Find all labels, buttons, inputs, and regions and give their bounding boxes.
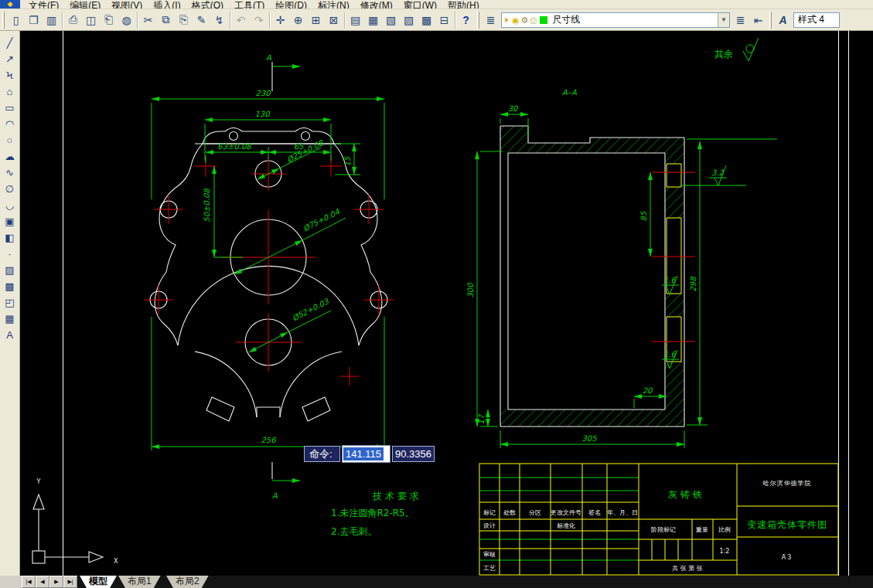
tab-nav-next-button[interactable]: ▶ — [49, 576, 63, 588]
menu-items: 文件(F)编辑(E)视图(V)插入(I)格式(O)工具(T)绘图(D)标注(N)… — [23, 0, 485, 9]
tabbar-corner — [0, 576, 22, 588]
toolbar-properties-button[interactable]: ▤ — [346, 11, 364, 29]
menu-draw[interactable]: 绘图(D) — [270, 0, 312, 9]
toolbar-quickcalc-button[interactable]: ⊟ — [435, 11, 453, 29]
text-style-manager-button[interactable]: A — [774, 11, 792, 29]
draw-rectangle-button[interactable]: ▭ — [2, 100, 19, 116]
svg-text:15: 15 — [343, 156, 352, 166]
draw-insert-block-button[interactable]: ▣ — [2, 213, 19, 229]
draw-spline-button[interactable]: ∿ — [2, 165, 19, 181]
svg-text:更改文件号: 更改文件号 — [551, 509, 581, 516]
draw-region-button[interactable]: ◰ — [2, 294, 19, 311]
toolbar-separator — [62, 12, 63, 29]
tab-nav-last-button[interactable]: ▶| — [63, 576, 77, 588]
menu-dimension[interactable]: 标注(N) — [312, 0, 355, 9]
svg-text:256: 256 — [261, 436, 277, 444]
svg-text:20: 20 — [643, 386, 653, 395]
tab-model[interactable]: 模型 — [80, 576, 117, 588]
toolbar: ▯❐▥⎙◫⎗◍✂⧉⎘✎↯↶↷✛⊕⊞⊠▤▦▧▨▩⊟?≣☀◉⚙⎙尺寸线▼≣⇤A样式 … — [0, 9, 873, 31]
svg-text:重量: 重量 — [695, 526, 708, 533]
style-dropdown[interactable]: 样式 4 — [793, 12, 840, 28]
make-object-layer-current-button[interactable]: ≣ — [731, 11, 749, 29]
layer-plot-icon[interactable]: ⎙ — [530, 13, 537, 27]
toolbar-block-editor-button[interactable]: ↯ — [210, 11, 228, 29]
menu-view[interactable]: 视图(V) — [106, 0, 148, 9]
draw-line-button[interactable]: ╱ — [2, 35, 19, 51]
draw-revision-cloud-button[interactable]: ☁ — [2, 148, 19, 165]
toolbar-zoom-previous-button[interactable]: ⊠ — [325, 11, 343, 29]
toolbar-pan-button[interactable]: ✛ — [271, 11, 289, 29]
svg-text:灰铸铁: 灰铸铁 — [668, 489, 705, 500]
draw-make-block-button[interactable]: ◧ — [2, 229, 19, 246]
drawing-window-icon[interactable]: ◆ — [0, 0, 20, 9]
toolbar-zoom-realtime-button[interactable]: ⊕ — [289, 11, 307, 29]
svg-text:哈尔滨华德学院: 哈尔滨华德学院 — [763, 480, 812, 487]
toolbar-zoom-window-button[interactable]: ⊞ — [307, 11, 325, 29]
toolbar-new-button[interactable]: ▯ — [7, 11, 25, 29]
toolbar-help-button[interactable]: ? — [457, 11, 475, 29]
toolbar-sheet-set-manager-button[interactable]: ▨ — [400, 11, 418, 29]
menu-modify[interactable]: 修改(M) — [355, 0, 398, 9]
menu-help[interactable]: 帮助(H) — [442, 0, 485, 9]
svg-text:A: A — [272, 491, 278, 500]
draw-gradient-button[interactable]: ▩ — [2, 278, 19, 294]
toolbar-plot-preview-button[interactable]: ◫ — [82, 11, 100, 29]
toolbar-publish-button[interactable]: ⎗ — [100, 11, 118, 29]
draw-construction-line-button[interactable]: ↗ — [2, 51, 19, 67]
svg-text:A-A: A-A — [562, 88, 578, 97]
tab-nav-prev-button[interactable]: ◀ — [36, 576, 49, 588]
layer-lock-icon[interactable]: ⚙ — [520, 13, 528, 27]
draw-ellipse-arc-button[interactable]: ◡ — [2, 197, 19, 213]
command-input-value: 141.115 — [343, 447, 384, 461]
svg-text:X: X — [114, 558, 118, 565]
menu-window[interactable]: 窗口(W) — [398, 0, 442, 9]
layer-freeze-icon[interactable]: ◉ — [512, 13, 520, 27]
layer-dropdown-arrow-icon[interactable]: ▼ — [718, 13, 729, 27]
toolbar-designcenter-button[interactable]: ▦ — [364, 11, 382, 29]
toolbar-plot-button[interactable]: ⎙ — [64, 11, 82, 29]
svg-text:1.6: 1.6 — [663, 276, 677, 284]
tab-layout2[interactable]: 布局2 — [166, 576, 209, 588]
menu-format[interactable]: 格式(O) — [186, 0, 229, 9]
command-input-field[interactable]: 141.115 — [342, 445, 390, 463]
draw-point-button[interactable]: · — [2, 246, 19, 262]
layers-manager-button[interactable]: ≣ — [482, 11, 500, 29]
svg-text:Ø25+0.08: Ø25+0.08 — [285, 138, 326, 165]
layer-on-icon[interactable]: ☀ — [503, 13, 510, 27]
toolbar-publish-dwf-button[interactable]: ◍ — [118, 11, 135, 29]
title-block: 标记 处数 分区 更改文件号 签名 年、月、日 设计 标准化 审核 工艺 阶段标… — [479, 464, 838, 575]
menu-insert[interactable]: 插入(I) — [148, 0, 186, 9]
canvas[interactable]: 其余 — [20, 31, 873, 576]
layer-color-swatch[interactable] — [540, 16, 547, 24]
draw-arc-button[interactable]: ◠ — [2, 116, 19, 132]
layer-previous-button[interactable]: ⇤ — [749, 11, 767, 29]
toolbar-match-properties-button[interactable]: ✎ — [193, 11, 210, 29]
menu-edit[interactable]: 编辑(E) — [64, 0, 106, 9]
draw-circle-button[interactable]: ○ — [2, 132, 19, 148]
toolbar-markup-set-manager-button[interactable]: ▩ — [418, 11, 435, 29]
command-tooltip-value2: 90.3356 — [392, 446, 435, 462]
toolbar-paste-button[interactable]: ⎘ — [175, 11, 193, 29]
menu-file[interactable]: 文件(F) — [23, 0, 64, 9]
menu-tools[interactable]: 工具(T) — [229, 0, 270, 9]
toolbar-open-button[interactable]: ❐ — [25, 11, 43, 29]
svg-text:共 张 第 张: 共 张 第 张 — [672, 565, 703, 572]
draw-polyline-button[interactable]: Ϟ — [2, 67, 19, 83]
draw-ellipse-button[interactable]: ∅ — [2, 181, 19, 197]
draw-table-button[interactable]: ▦ — [2, 311, 19, 327]
layer-dropdown[interactable]: ☀◉⚙⎙尺寸线▼ — [501, 12, 730, 28]
toolbar-cut-button[interactable]: ✂ — [139, 11, 157, 29]
toolbar-tool-palettes-button[interactable]: ▧ — [382, 11, 400, 29]
toolbar-save-button[interactable]: ▥ — [43, 11, 60, 29]
tab-layout1[interactable]: 布局1 — [118, 576, 161, 588]
draw-hatch-button[interactable]: ▨ — [2, 262, 19, 278]
svg-text:2.去毛刺。: 2.去毛刺。 — [331, 526, 377, 537]
draw-polygon-button[interactable]: ⌂ — [2, 83, 19, 100]
toolbar-separator — [344, 12, 345, 29]
layout-tab-bar: |◀◀▶▶|模型布局1布局2 — [0, 576, 873, 588]
toolbar-redo-button[interactable]: ↷ — [250, 11, 268, 29]
tab-nav-first-button[interactable]: |◀ — [22, 576, 36, 588]
toolbar-copy-button[interactable]: ⧉ — [157, 11, 175, 29]
draw-text-button[interactable]: A — [2, 327, 19, 343]
toolbar-undo-button[interactable]: ↶ — [232, 11, 250, 29]
